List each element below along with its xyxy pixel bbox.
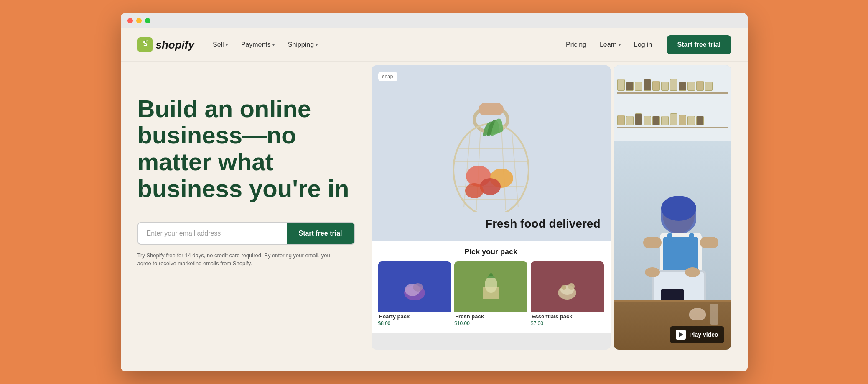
jar-icon [652,116,660,125]
jar-icon [635,113,642,125]
nav-shipping[interactable]: Shipping ▾ [283,38,323,52]
nav-payments-label: Payments [241,41,271,49]
grocery-bag-icon [437,95,545,212]
fresh-food-label: Fresh food delivered [485,217,600,231]
nav-shipping-label: Shipping [288,41,314,49]
play-video-label: Play video [689,331,718,338]
svg-rect-34 [700,237,718,248]
jar-icon [626,116,634,125]
essentials-pack-label: Essentials pack [531,312,604,320]
grocery-image-area: snap [372,65,611,241]
logo-text: shopify [156,38,194,51]
learn-chevron-icon: ▾ [619,43,621,47]
play-video-button[interactable]: Play video [670,326,724,343]
nav-cta-button[interactable]: Start free trial [667,35,731,54]
jar-icon [670,113,677,125]
nav-payments[interactable]: Payments ▾ [236,38,280,52]
jar-icon [679,115,686,125]
jar-icon [687,116,695,125]
shelf-row-bottom [617,112,728,128]
nav-pricing[interactable]: Pricing [561,38,591,52]
close-dot[interactable] [127,18,133,23]
table-edge [614,300,731,302]
jar-icon [644,79,651,91]
jar-icon [644,116,651,125]
maximize-dot[interactable] [145,18,150,23]
nav-sell[interactable]: Sell ▾ [208,38,233,52]
browser-chrome [121,13,748,28]
sell-chevron-icon: ▾ [226,43,228,47]
hearty-pack-price: $8.00 [378,320,451,326]
shipping-chevron-icon: ▾ [316,43,318,47]
svg-rect-0 [137,37,153,52]
fresh-pack-item[interactable]: Fresh pack $10.00 [454,261,527,326]
hero-right: snap [372,62,731,350]
trial-note: Try Shopify free for 14 days, no credit … [137,251,338,268]
minimize-dot[interactable] [136,18,142,23]
svg-rect-2 [479,103,504,115]
navbar: shopify Sell ▾ Payments ▾ Shipping ▾ [121,28,748,62]
nav-right-links: Pricing Learn ▾ Log in [561,38,657,52]
fresh-pack-icon [474,270,508,303]
shelf-row-top [617,77,728,94]
pick-pack-title: Pick your pack [378,248,604,256]
shelves-area [614,65,731,141]
fresh-pack-label: Fresh pack [454,312,527,320]
nav-right: Pricing Learn ▾ Log in Start free trial [561,35,731,54]
jar-icon [617,79,625,91]
hearty-pack-icon [398,270,431,303]
svg-point-22 [485,276,497,293]
logo[interactable]: shopify [137,37,194,52]
shopify-logo-icon [137,37,153,52]
hero-title: Build an online business—no matter what … [137,95,355,202]
svg-point-17 [465,183,484,198]
glass-icon [710,304,718,325]
jar-icon [705,82,713,91]
essentials-pack-icon [550,270,584,303]
essentials-pack-item[interactable]: Essentials pack $7.00 [531,261,604,326]
nav-pricing-label: Pricing [566,41,586,49]
svg-point-37 [645,267,660,277]
fresh-pack-image [454,261,527,312]
email-form: Start free trial [137,222,355,245]
essentials-pack-image [531,261,604,312]
nav-left: shopify Sell ▾ Payments ▾ Shipping ▾ [137,37,323,52]
page-content: shopify Sell ▾ Payments ▾ Shipping ▾ [121,28,748,371]
nav-links: Sell ▾ Payments ▾ Shipping ▾ [208,38,323,52]
payments-chevron-icon: ▾ [272,43,275,47]
jar-icon [679,82,686,91]
play-icon [676,330,686,340]
email-input[interactable] [138,223,287,244]
svg-rect-32 [689,233,694,242]
jar-icon [626,82,634,91]
jar-icon [696,116,704,125]
svg-rect-31 [667,233,672,242]
person-image-area [614,65,731,350]
fresh-pack-price: $10.00 [454,320,527,326]
svg-point-26 [561,285,566,290]
play-triangle-icon [679,332,683,337]
jar-icon [635,82,642,91]
hearty-pack-image [378,261,451,312]
jar-icon [696,81,704,91]
person-panel: Play video [614,65,731,350]
nav-sell-label: Sell [213,41,224,49]
svg-line-13 [512,132,518,207]
pack-items: Hearty pack $8.00 [378,261,604,326]
snap-badge: snap [378,72,397,81]
hero-section: Build an online business—no matter what … [137,62,355,268]
nav-login-label: Log in [634,41,652,49]
nav-login[interactable]: Log in [629,38,657,52]
essentials-pack-price: $7.00 [531,320,604,326]
svg-point-25 [568,283,575,290]
jar-icon [652,81,660,91]
nav-learn-label: Learn [600,41,617,49]
pack-section: Pick your pack [372,241,611,333]
hearty-pack-item[interactable]: Hearty pack $8.00 [378,261,451,326]
jar-icon [670,79,677,91]
svg-point-20 [413,283,423,292]
nav-learn[interactable]: Learn ▾ [595,38,626,52]
bowl-icon [689,308,706,320]
form-cta-button[interactable]: Start free trial [287,223,354,244]
jar-icon [661,82,669,91]
